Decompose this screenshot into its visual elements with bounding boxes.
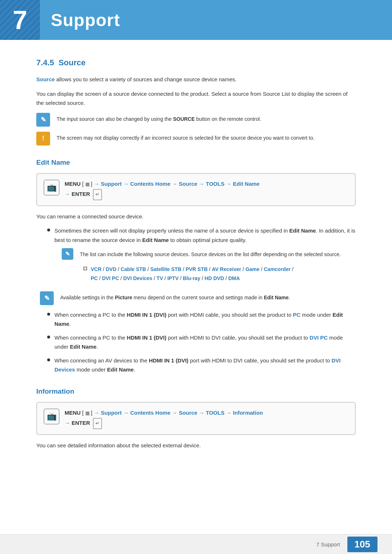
hd-dvd: HD DVD bbox=[205, 275, 224, 281]
menu-path-edit-text: MENU [ ▦ ] → Support → Contents Home → S… bbox=[65, 179, 260, 200]
dvd: DVD bbox=[106, 266, 117, 272]
dvi-devices: DVI Devices bbox=[123, 275, 152, 281]
hdmi-bold-4: HDMI IN 1 (DVI) bbox=[149, 357, 188, 364]
device-list-text: VCR / DVD / Cable STB / Satellite STB / … bbox=[91, 265, 293, 283]
note-icon-1: ✎ bbox=[36, 113, 50, 127]
bullet-item-2: When connecting a PC to the HDMI IN 1 (D… bbox=[47, 310, 356, 329]
bracket-close-info: ] bbox=[91, 410, 92, 416]
nested-note-icon: ✎ bbox=[62, 248, 73, 260]
edit-name-bold-4: Edit Name bbox=[107, 366, 134, 373]
tv-icon-2: 📺 bbox=[47, 412, 57, 421]
edit-name-heading: Edit Name bbox=[36, 159, 356, 167]
bullet-dot-3 bbox=[47, 336, 50, 338]
arrow-4: → bbox=[199, 181, 206, 187]
info-arrow-5: → bbox=[226, 410, 233, 416]
menu-path-edit-box: 📺 MENU [ ▦ ] → Support → Contents Home →… bbox=[36, 173, 356, 206]
enter-icon: ↵ bbox=[93, 189, 102, 200]
header-number-box: 7 bbox=[0, 0, 40, 40]
satellite-stb: Satellite STB bbox=[150, 266, 181, 272]
support-link-1: Support bbox=[101, 181, 122, 187]
bullet-item-1: Sometimes the screen will not display pr… bbox=[47, 226, 356, 286]
arrow-5: → bbox=[226, 181, 233, 187]
edit-name-bold-3: Edit Name bbox=[70, 344, 97, 350]
avail-note-icon: ✎ bbox=[40, 291, 54, 305]
iptv: IPTV bbox=[167, 275, 179, 281]
information-link: Information bbox=[233, 410, 263, 416]
information-heading: Information bbox=[36, 387, 356, 395]
dvi-pc: DVI PC bbox=[102, 275, 119, 281]
nested-note-box: ✎ The list can include the following sou… bbox=[62, 248, 356, 260]
avail-pencil-icon: ✎ bbox=[44, 294, 50, 302]
picture-bold: Picture bbox=[115, 295, 132, 300]
support-link-info: Support bbox=[101, 410, 122, 416]
nested-note-text: The list can include the following sourc… bbox=[80, 248, 341, 259]
arrow-enter: → bbox=[65, 191, 72, 197]
section-heading: 7.4.5 Source bbox=[36, 58, 356, 67]
menu-icon-info: 📺 bbox=[44, 409, 60, 424]
pc: PC bbox=[91, 275, 98, 281]
pvr-stb: PVR STB bbox=[185, 266, 208, 272]
menu-path-info-text: MENU [ ▦ ] → Support → Contents Home → S… bbox=[65, 408, 263, 429]
edit-name-ref-1: Edit Name bbox=[289, 227, 316, 234]
hdmi-bold-3: HDMI IN 1 (DVI) bbox=[127, 335, 166, 341]
tv-icon: 📺 bbox=[47, 183, 57, 192]
dma: DMA bbox=[228, 275, 240, 281]
footer: 7 Support 105 bbox=[0, 534, 392, 554]
arrow-1: → bbox=[94, 181, 101, 187]
edit-name-bold: Edit Name bbox=[264, 295, 289, 300]
header-diagonal bbox=[0, 0, 40, 40]
edit-name-ref-2: Edit Name bbox=[142, 237, 169, 243]
arrow-2: → bbox=[123, 181, 130, 187]
bracket-open: [ bbox=[82, 181, 83, 187]
info-arrow-3: → bbox=[172, 410, 179, 416]
enter-label-info: ENTER bbox=[72, 420, 90, 426]
bullet-list-2: When connecting a PC to the HDMI IN 1 (D… bbox=[47, 310, 356, 374]
info-arrow-2: → bbox=[123, 410, 130, 416]
contents-home-link-info: Contents Home bbox=[130, 410, 171, 416]
cable-stb: Cable STB bbox=[121, 266, 146, 272]
intro-para-1: Source allows you to select a variety of… bbox=[36, 75, 356, 84]
camcorder: Camcorder bbox=[264, 266, 291, 272]
info-desc: You can see detailed information about t… bbox=[36, 441, 356, 450]
page-wrapper: 7 Support 7.4.5 Source Source allows you… bbox=[0, 0, 392, 554]
vcr: VCR bbox=[91, 266, 102, 272]
bullet-item-3: When connecting a PC to the HDMI IN 1 (D… bbox=[47, 333, 356, 352]
info-arrow-enter: → bbox=[65, 420, 72, 426]
bracket-open-info: [ bbox=[82, 410, 83, 416]
note-text-1: The input source can also be changed by … bbox=[57, 113, 261, 124]
source-link: Source bbox=[36, 76, 55, 82]
bullet-dot-1 bbox=[47, 229, 50, 231]
warning-icon: ! bbox=[36, 132, 50, 145]
contents-home-link-1: Contents Home bbox=[130, 181, 171, 187]
footer-text: 7 Support bbox=[317, 541, 340, 547]
square-bullet bbox=[83, 267, 87, 270]
source-link-info: Source bbox=[179, 410, 197, 416]
tv: TV bbox=[156, 275, 163, 281]
arrow-3: → bbox=[172, 181, 179, 187]
game: Game bbox=[245, 266, 260, 272]
bullet-text-4: When connecting an AV devices to the HDM… bbox=[54, 356, 356, 374]
edit-name-link: Edit Name bbox=[233, 181, 260, 187]
source-bold: SOURCE bbox=[173, 116, 195, 122]
tools-link-info: TOOLS bbox=[206, 410, 224, 416]
intro-para-2: You can display the screen of a source d… bbox=[36, 89, 356, 108]
avail-note-box: ✎ Available settings in the Picture menu… bbox=[40, 291, 356, 305]
main-content: 7.4.5 Source Source allows you to select… bbox=[0, 40, 392, 491]
device-list-box: VCR / DVD / Cable STB / Satellite STB / … bbox=[83, 265, 356, 283]
header-banner: 7 Support bbox=[0, 0, 392, 40]
menu-path-info-box: 📺 MENU [ ▦ ] → Support → Contents Home →… bbox=[36, 402, 356, 435]
menu-grid-icon: ▦ bbox=[85, 181, 91, 187]
enter-icon-info: ↵ bbox=[93, 418, 102, 429]
bullet-dot-4 bbox=[47, 358, 50, 361]
source-link-2: Source bbox=[179, 181, 197, 187]
nested-pencil-icon: ✎ bbox=[65, 249, 70, 259]
note-box-1: ✎ The input source can also be changed b… bbox=[36, 113, 356, 127]
note-box-2: ! The screen may not display correctly i… bbox=[36, 132, 356, 145]
bullet-text-1: Sometimes the screen will not display pr… bbox=[54, 226, 356, 286]
edit-desc: You can rename a connected source device… bbox=[36, 212, 356, 221]
enter-label: ENTER bbox=[72, 191, 90, 197]
bullet-list: Sometimes the screen will not display pr… bbox=[47, 226, 356, 286]
bullet-dot-2 bbox=[47, 313, 50, 316]
hdmi-bold-2: HDMI IN 1 (DVI) bbox=[127, 312, 166, 318]
bracket-close: ] bbox=[91, 181, 92, 187]
